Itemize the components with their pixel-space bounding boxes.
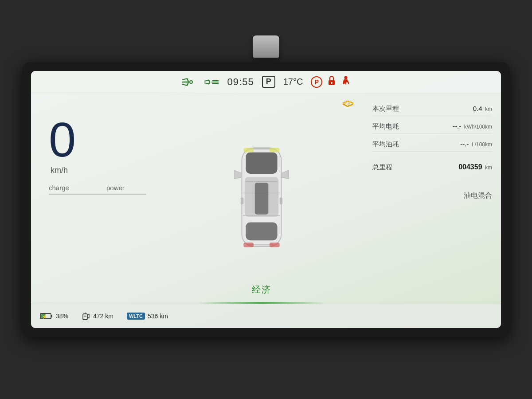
wltc-range: WLTC 536 km <box>127 313 168 320</box>
stat-row-trip: 本次里程 0.4 km <box>372 102 492 116</box>
fuel-label: 平均油耗 <box>372 140 399 149</box>
green-accent-line <box>155 302 368 304</box>
svg-point-10 <box>331 82 332 84</box>
svg-rect-25 <box>280 197 282 204</box>
svg-rect-29 <box>243 243 254 247</box>
cp-labels: charge power <box>49 184 146 192</box>
total-unit: km <box>485 164 492 171</box>
fuel-value: --.- <box>460 140 469 148</box>
temperature-display: 17°C <box>283 77 303 87</box>
svg-rect-33 <box>51 315 52 317</box>
battery-info: ⚡ 38% <box>40 312 68 320</box>
headlight-icon <box>181 77 197 87</box>
battery-percent: 38% <box>56 313 68 320</box>
battery-icon: ⚡ <box>40 312 53 320</box>
elec-value: --.- <box>453 122 461 130</box>
trip-value: 0.4 <box>473 105 482 112</box>
eco-label: 经济 <box>252 284 271 296</box>
battery-svg: ⚡ <box>40 312 53 320</box>
trip-unit: km <box>485 106 492 112</box>
svg-rect-30 <box>270 243 280 247</box>
seatbelt-icon <box>341 75 351 89</box>
svg-rect-24 <box>241 197 243 204</box>
speed-value: 0 <box>49 115 76 164</box>
hybrid-label: 油电混合 <box>372 191 492 214</box>
center-panel: 经济 <box>155 93 368 304</box>
speed-unit: km/h <box>51 166 68 175</box>
charge-label: charge <box>49 184 93 192</box>
svg-point-3 <box>190 81 192 83</box>
elec-label: 平均电耗 <box>372 122 399 131</box>
status-bar: 09:55 P 17°C P <box>31 71 501 93</box>
fuel-icon <box>82 312 90 321</box>
charge-power-container: charge power <box>49 184 146 195</box>
parking-brake-icon: P <box>311 76 322 88</box>
elec-unit: kWh/100km <box>464 124 492 130</box>
svg-point-11 <box>344 76 348 79</box>
park-badge: P <box>262 76 275 88</box>
power-label: power <box>106 184 125 192</box>
svg-rect-16 <box>246 152 277 173</box>
stat-row-fuel: 平均油耗 --.- L/100km <box>372 137 492 152</box>
right-panel: 本次里程 0.4 km 平均电耗 --.- kWh/100km 平均油耗 <box>368 93 501 304</box>
stat-row-total: 总里程 004359 km <box>372 160 492 174</box>
svg-rect-26 <box>255 183 269 214</box>
svg-rect-27 <box>243 148 254 152</box>
left-panel: 0 km/h charge power <box>31 93 155 304</box>
fog-light-icon <box>203 77 219 87</box>
stat-row-elec: 平均电耗 --.- kWh/100km <box>372 120 492 134</box>
time-display: 09:55 <box>227 76 254 88</box>
svg-line-2 <box>182 84 188 86</box>
trip-label: 本次里程 <box>372 105 399 113</box>
p-label: P <box>315 78 319 86</box>
dashboard-surround: 09:55 P 17°C P <box>22 62 510 337</box>
total-label: 总里程 <box>372 163 392 172</box>
rearview-mirror <box>253 35 279 58</box>
main-content: 0 km/h charge power <box>31 93 501 304</box>
bottom-bar: ⚡ 38% 472 km WLTC 536 km <box>31 304 501 328</box>
left-icons <box>181 77 219 87</box>
svg-rect-19 <box>246 222 277 240</box>
svg-rect-28 <box>270 148 280 152</box>
total-value: 004359 <box>458 163 482 171</box>
fuel-unit: L/100km <box>472 141 492 148</box>
fuel-range: 472 km <box>93 313 113 320</box>
wltc-badge: WLTC <box>127 313 145 320</box>
svg-line-1 <box>182 78 188 80</box>
main-screen: 09:55 P 17°C P <box>31 71 501 328</box>
warning-icons: P <box>311 75 351 89</box>
car-top-view <box>226 137 297 261</box>
total-range: 536 km <box>148 313 168 320</box>
charge-power-bar <box>49 194 146 195</box>
svg-rect-35 <box>83 314 87 320</box>
svg-text:⚡: ⚡ <box>42 314 47 320</box>
lock-icon <box>327 75 336 89</box>
fuel-info: 472 km <box>82 312 113 321</box>
